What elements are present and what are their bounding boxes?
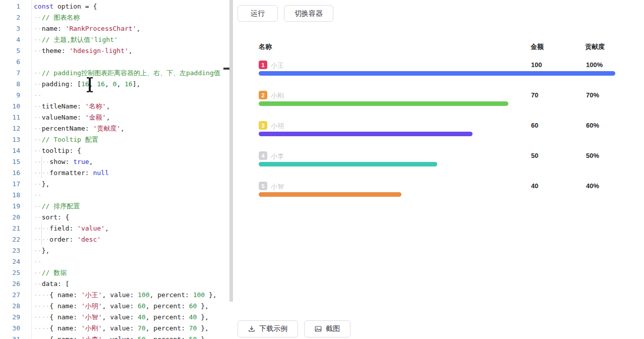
row-name: 小李 [271, 152, 284, 161]
code-line: 25··// 数据 [0, 267, 229, 278]
code-line: 10··titleName: '名称', [0, 101, 229, 112]
line-number: 18 [0, 190, 20, 201]
switch-container-button-label: 切换容器 [295, 9, 323, 18]
code-line: 29····{ name: '小智', value: 40, percent: … [0, 312, 229, 323]
switch-container-button[interactable]: 切换容器 [284, 5, 333, 22]
code-line: 31····{ name: '小李', value: 50, percent: … [0, 334, 229, 339]
code-line: 5··theme: 'hdesign-light', [0, 45, 229, 56]
column-header-name: 名称 [259, 42, 272, 51]
line-number: 21 [0, 223, 20, 234]
rank-badge: 2 [259, 91, 267, 99]
code-line: 15····show: true, [0, 156, 229, 167]
image-icon [315, 325, 322, 332]
column-header-value: 金额 [531, 42, 544, 51]
line-number: 7 [0, 68, 20, 79]
line-number: 11 [0, 112, 20, 123]
code-line: 27····{ name: '小王', value: 100, percent:… [0, 290, 229, 301]
code-line: 8··padding: [16, 16, 0, 16], [0, 79, 229, 90]
line-number: 9 [0, 90, 20, 101]
code-line: 14··tooltip: { [0, 145, 229, 156]
row-name: 小刚 [271, 91, 284, 100]
line-number: 16 [0, 167, 20, 179]
line-number: 23 [0, 245, 20, 256]
run-button-label: 运行 [251, 9, 265, 18]
text-caret [223, 68, 229, 70]
code-line: 20··sort: { [0, 212, 229, 223]
line-number: 3 [0, 23, 20, 34]
line-number: 10 [0, 101, 20, 112]
row-bar [259, 101, 508, 106]
chart-row: 4 小李 50 50% [259, 151, 615, 178]
code-line: 21····field: 'value', [0, 223, 229, 234]
row-percent: 70% [586, 91, 599, 99]
code-line: 1const option = { [0, 1, 229, 12]
rank-badge: 4 [259, 151, 267, 160]
row-value: 50 [531, 152, 538, 159]
line-number: 25 [0, 267, 20, 278]
code-line: 24·· [0, 256, 229, 267]
code-line: 4··// 主题,默认值'light' [0, 34, 229, 45]
line-number: 27 [0, 290, 20, 301]
row-value: 40 [531, 182, 538, 190]
code-line: 2··// 图表名称 [0, 12, 229, 23]
code-line: 18·· [0, 190, 229, 201]
row-percent: 60% [586, 122, 599, 129]
code-line: 9·· [0, 90, 229, 101]
chart-row: 1 小王 100 100% [259, 61, 615, 87]
row-value: 70 [531, 91, 538, 99]
code-line: 12··percentName: '贡献度', [0, 123, 229, 134]
line-number: 13 [0, 134, 20, 145]
row-bar [259, 192, 401, 197]
code-line: 3··name: 'RankProcessChart', [0, 23, 229, 34]
rank-badge: 3 [259, 121, 267, 130]
line-number: 30 [0, 323, 20, 334]
line-number: 6 [0, 56, 20, 68]
code-editor[interactable]: 1const option = {2··// 图表名称3··name: 'Ran… [0, 0, 229, 339]
row-name: 小王 [271, 61, 284, 70]
line-number: 2 [0, 12, 20, 23]
screenshot-button[interactable]: 截图 [304, 320, 350, 337]
line-number: 1 [0, 1, 20, 12]
code-line: 7··// padding控制图表距离容器的上、右、下、左padding值 [0, 68, 229, 79]
row-bar [259, 162, 437, 166]
rank-badge: 5 [259, 182, 267, 190]
code-line: 19··// 排序配置 [0, 201, 229, 212]
code-lines: 1const option = {2··// 图表名称3··name: 'Ran… [0, 1, 229, 339]
row-value: 100 [531, 61, 542, 69]
line-number: 14 [0, 145, 20, 156]
indent-guide [41, 156, 42, 179]
line-number: 28 [0, 301, 20, 312]
line-number: 8 [0, 79, 20, 90]
line-number: 31 [0, 334, 20, 339]
line-number: 22 [0, 234, 20, 245]
row-percent: 40% [586, 182, 599, 190]
indent-guide [41, 223, 42, 245]
code-line: 6 [0, 56, 229, 68]
code-line: 11··valueName: '金额', [0, 112, 229, 123]
row-name: 小明 [271, 122, 284, 131]
row-percent: 100% [586, 61, 603, 69]
code-line: 13··// Tooltip 配置 [0, 134, 229, 145]
line-number: 29 [0, 312, 20, 323]
rank-badge: 1 [259, 61, 267, 69]
line-number: 4 [0, 34, 20, 45]
run-button[interactable]: 运行 [238, 5, 278, 22]
download-example-label: 下载示例 [259, 324, 287, 333]
editor-scrollbar[interactable] [229, 0, 233, 302]
code-line: 23··}, [0, 245, 229, 256]
column-header-percent: 贡献度 [585, 42, 605, 51]
chart-row: 3 小明 60 60% [259, 121, 615, 147]
code-line: 30····{ name: '小刚', value: 70, percent: … [0, 323, 229, 334]
code-line: 22····order: 'desc' [0, 234, 229, 245]
code-line: 26··data: [ [0, 278, 229, 290]
row-value: 60 [531, 122, 538, 129]
line-number: 20 [0, 212, 20, 223]
line-number: 5 [0, 45, 20, 56]
code-line: 16····formatter: null [0, 167, 229, 179]
line-number: 12 [0, 123, 20, 134]
row-name: 小智 [271, 182, 284, 191]
download-icon [248, 325, 255, 332]
download-example-button[interactable]: 下载示例 [238, 320, 298, 337]
chart-row: 5 小智 40 40% [259, 182, 615, 208]
chart-row: 2 小刚 70 70% [259, 91, 615, 117]
